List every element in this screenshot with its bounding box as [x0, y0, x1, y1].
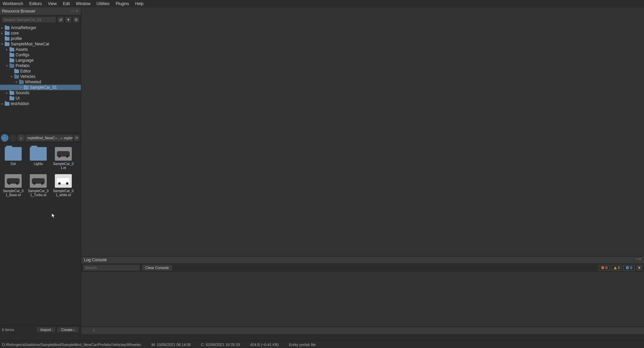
- file-label: SampleCar_01_Turbo.et: [27, 189, 49, 197]
- minimize-icon[interactable]: □: [71, 9, 75, 13]
- chevron-icon[interactable]: [1, 102, 5, 105]
- car-thumbnail-icon: [30, 174, 47, 188]
- status-modified: M: 10/05/2021 08:14:06: [152, 343, 191, 347]
- tree-item-sounds[interactable]: Sounds: [0, 90, 81, 96]
- menu-edit[interactable]: Edit: [63, 1, 70, 6]
- file-item[interactable]: SampleCar_01_Turbo.et: [26, 173, 50, 199]
- chevron-icon[interactable]: [6, 48, 9, 51]
- tree-label: testAddon: [11, 101, 29, 106]
- file-item[interactable]: SampleCar_01_white.et: [51, 173, 75, 199]
- panel-title: Resource Browser: [2, 9, 36, 14]
- tree-item-samplemod-newcar[interactable]: SampleMod_NewCar: [0, 41, 81, 47]
- file-grid: DstLightsSampleCar_01.etSampleCar_01_Bas…: [0, 143, 81, 325]
- create-button[interactable]: Create: [57, 327, 79, 333]
- status-created: C: 02/08/2021 18:25:33: [201, 343, 240, 347]
- refresh-icon[interactable]: ⟳: [73, 135, 80, 141]
- log-search-input[interactable]: [83, 264, 140, 271]
- file-item[interactable]: SampleCar_01.et: [51, 146, 75, 171]
- tree-item-language[interactable]: Language: [0, 58, 81, 63]
- item-count: 6 items: [2, 328, 35, 332]
- tree-label: SampleCar_01: [30, 85, 57, 90]
- filter-icon[interactable]: ▼: [65, 16, 72, 23]
- error-badge[interactable]: 0: [599, 265, 610, 271]
- file-item[interactable]: Dst: [1, 146, 25, 171]
- tree-label: Assets: [16, 47, 28, 52]
- tree-label: core: [11, 31, 19, 36]
- info-badge[interactable]: 0: [623, 265, 635, 271]
- tree-item-testaddon[interactable]: testAddon: [0, 101, 81, 106]
- chevron-icon[interactable]: [16, 80, 19, 84]
- back-button[interactable]: ←: [1, 134, 8, 142]
- folder-icon: [19, 80, 24, 84]
- tree-item-configs[interactable]: Configs: [0, 52, 81, 58]
- car-thumbnail-icon: [55, 174, 72, 188]
- folder-icon: [9, 64, 14, 68]
- breadcrumb[interactable]: mpleMod_NewC ▸..▸ mpleCar_: [25, 135, 72, 141]
- tree-label: Wheeled: [25, 80, 41, 84]
- folder-icon: [5, 102, 9, 106]
- menu-plugins[interactable]: Plugins: [116, 1, 129, 6]
- tree-item-prefabs[interactable]: Prefabs: [0, 63, 81, 68]
- tree-label: Editor: [20, 69, 31, 74]
- tree-item-profile[interactable]: profile: [0, 36, 81, 41]
- tree-item-samplecar-01[interactable]: SampleCar_01: [0, 85, 81, 90]
- chevron-icon[interactable]: [1, 32, 5, 35]
- chevron-icon[interactable]: [11, 75, 14, 78]
- folder-icon: [9, 97, 14, 100]
- swap-icon[interactable]: ⇄: [57, 16, 64, 23]
- log-close-icon[interactable]: ✕: [639, 258, 641, 262]
- chevron-icon[interactable]: [1, 26, 5, 29]
- file-label: SampleCar_01_white.et: [52, 189, 74, 197]
- log-title: Log Console: [84, 258, 107, 262]
- tree-item-assets[interactable]: Assets: [0, 47, 81, 52]
- clear-console-button[interactable]: Clear Console: [142, 264, 173, 271]
- tree-item-wheeled[interactable]: Wheeled: [0, 79, 81, 85]
- home-button[interactable]: ⌂: [17, 134, 25, 142]
- log-console: Log Console □ ✕ Clear Console 0 0 0 ▼ 1: [81, 256, 644, 334]
- tree-label: profile: [11, 36, 22, 41]
- resource-browser-panel: Resource Browser □ ✕ ⇄ ▼ ⚙ ArmaReforgerc…: [0, 7, 81, 334]
- viewport[interactable]: [81, 7, 644, 256]
- search-input[interactable]: [1, 16, 56, 23]
- chevron-icon[interactable]: [1, 42, 5, 46]
- tree-label: UI: [16, 96, 20, 101]
- tree-label: Language: [16, 58, 34, 63]
- file-item[interactable]: SampleCar_01_Base.et: [1, 173, 25, 199]
- file-label: Dst: [11, 162, 16, 166]
- log-filter-icon[interactable]: ▼: [636, 264, 643, 271]
- car-thumbnail-icon: [55, 147, 72, 161]
- file-label: SampleCar_01_Base.et: [2, 189, 24, 197]
- file-label: SampleCar_01.et: [52, 162, 74, 170]
- log-line-indicator: 1: [81, 327, 644, 334]
- log-minimize-icon[interactable]: □: [636, 258, 638, 262]
- tree-label: ArmaReforger: [11, 25, 36, 30]
- tree-label: SampleMod_NewCar: [11, 42, 49, 46]
- menu-window[interactable]: Window: [76, 1, 90, 6]
- tree-item-vehicles[interactable]: Vehicles: [0, 74, 81, 79]
- folder-icon: [9, 53, 14, 57]
- chevron-icon[interactable]: [6, 64, 9, 67]
- menubar: Workbench Editors View Edit Window Utili…: [0, 0, 644, 7]
- close-icon[interactable]: ✕: [76, 9, 79, 13]
- tree-item-editor[interactable]: Editor: [0, 68, 81, 74]
- tree-label: Prefabs: [16, 63, 29, 68]
- warning-badge[interactable]: 0: [611, 265, 622, 271]
- log-body[interactable]: [81, 272, 644, 327]
- gear-icon[interactable]: ⚙: [73, 16, 80, 23]
- folder-icon: [5, 147, 22, 161]
- menu-editors[interactable]: Editors: [29, 1, 42, 6]
- menu-help[interactable]: Help: [135, 1, 144, 6]
- menu-view[interactable]: View: [48, 1, 57, 6]
- folder-icon: [30, 147, 47, 161]
- import-button[interactable]: Import: [36, 327, 56, 333]
- chevron-icon[interactable]: [20, 86, 24, 89]
- tree-item-ui[interactable]: UI: [0, 96, 81, 101]
- folder-tree: ArmaReforgercoreprofileSampleMod_NewCarA…: [0, 24, 81, 133]
- menu-utilities[interactable]: Utilities: [96, 1, 110, 6]
- chevron-icon[interactable]: [6, 91, 9, 95]
- menu-workbench[interactable]: Workbench: [3, 1, 23, 6]
- forward-button[interactable]: →: [9, 134, 17, 142]
- tree-item-armareforger[interactable]: ArmaReforger: [0, 25, 81, 30]
- file-item[interactable]: Lights: [26, 146, 50, 171]
- tree-item-core[interactable]: core: [0, 30, 81, 36]
